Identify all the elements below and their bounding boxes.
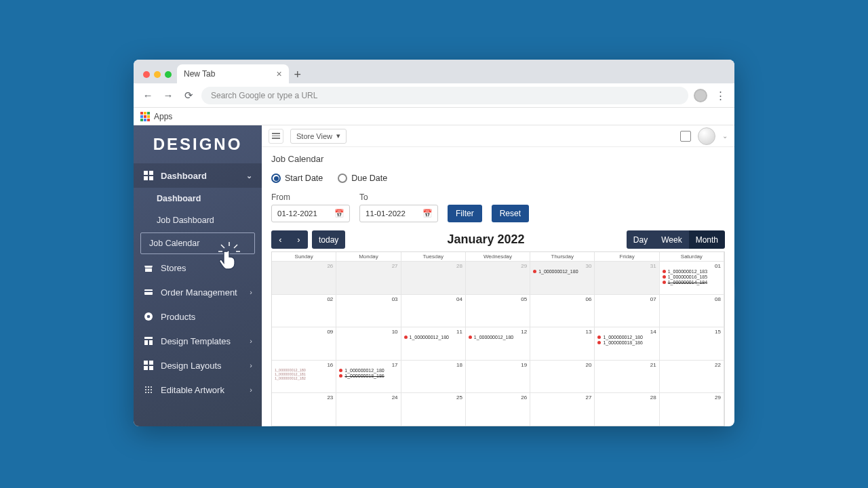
calendar-cell[interactable]: 121_000000012_180 [466,327,530,360]
sidebar-item-design-templates[interactable]: Design Templates › [134,329,262,353]
calendar-cell[interactable]: 21 [595,361,659,393]
calendar-event[interactable]: 1_000000016_185 [663,274,721,279]
sidebar-sub-job-calendar[interactable]: Job Calendar [140,232,255,254]
sidebar-item-products[interactable]: Products [134,304,262,329]
close-window-icon[interactable] [143,71,150,78]
calendar-cell[interactable]: 09 [272,327,336,360]
calendar-cell[interactable]: 29 [660,393,724,426]
calendar-event[interactable]: 1_000000012_180 [597,335,656,340]
calendar-event[interactable]: 1_000000012_180 [339,368,397,373]
calendar-cell[interactable]: 28 [595,393,659,426]
reset-button[interactable]: Reset [492,205,529,222]
calendar-cell[interactable]: 04 [401,295,466,327]
from-date-input[interactable]: 01-12-2021 📅 [271,205,350,222]
chevron-right-icon: › [250,361,252,369]
calendar-cell[interactable]: 171_000000012_1801_000000018_186 [336,361,401,393]
calendar-cell[interactable]: 28 [401,262,466,294]
minimize-window-icon[interactable] [154,71,161,78]
calendar-cell[interactable]: 301_000000012_180 [530,262,595,294]
calendar-cell[interactable]: 07 [595,295,659,327]
chevron-down-icon: ⌄ [246,171,252,180]
sidebar-item-order-management[interactable]: Order Management › [134,280,262,304]
calendar-cell[interactable]: 22 [660,361,724,393]
sidebar-sub-dashboard[interactable]: Dashboard [134,188,262,209]
close-tab-icon[interactable]: × [276,68,281,79]
today-button[interactable]: today [312,230,345,249]
calendar-cell[interactable]: 141_000000012_1801_000000018_186 [595,327,659,360]
radio-due-date[interactable]: Due Date [338,174,387,183]
calendar-cell[interactable]: 15 [660,327,724,360]
back-button[interactable]: ← [140,88,155,103]
user-avatar-icon[interactable] [698,127,715,145]
browser-toolbar: ← → ⟳ Search Google or type a URL ⋮ [134,83,734,108]
calendar-event[interactable]: 1_000000018_186 [597,340,656,345]
fullscreen-icon[interactable] [680,131,691,142]
calendar-cell[interactable]: 26 [466,393,530,426]
calendar-cell[interactable]: 23 [272,393,336,426]
calendar-cell[interactable]: 27 [336,262,401,294]
calendar-cell[interactable]: 011_000000012_1831_000000016_1851_000000… [660,262,724,294]
radio-start-date[interactable]: Start Date [271,174,323,183]
calendar-cell[interactable]: 25 [401,393,466,426]
sidebar-item-editable-artwork[interactable]: Editable Artwork › [134,378,262,402]
sidebar-item-dashboard[interactable]: Dashboard ⌄ [134,163,262,188]
profile-avatar-icon[interactable] [694,89,707,102]
browser-tab[interactable]: New Tab × [177,64,289,83]
to-date-input[interactable]: 11-01-2022 📅 [359,205,438,222]
calendar-cell[interactable]: 19 [466,361,530,393]
calendar-event[interactable]: 1_000000012_180 [404,335,462,340]
store-view-dropdown[interactable]: Store View ▾ [290,129,347,144]
apps-icon[interactable] [140,112,150,121]
forward-button[interactable]: → [161,88,176,103]
calendar-cell[interactable]: 08 [660,295,724,327]
sidebar-item-stores[interactable]: Stores [134,256,262,280]
calendar-cell[interactable]: 111_000000012_180 [401,327,466,360]
day-number: 27 [586,394,592,401]
view-month-button[interactable]: Month [689,230,725,249]
calendar-cell[interactable]: 161_000000012_1801_000000012_1811_000000… [272,361,336,393]
sidebar-sub-job-dashboard[interactable]: Job Dashboard [134,209,262,231]
address-placeholder: Search Google or type a URL [211,91,317,100]
new-tab-button[interactable]: + [289,66,307,83]
chevron-right-icon: › [250,386,252,394]
calendar-week: 23242526272829 [272,392,724,426]
maximize-window-icon[interactable] [165,71,172,78]
calendar-cell[interactable]: 31 [595,262,659,294]
calendar-cell[interactable]: 03 [336,295,401,327]
address-bar[interactable]: Search Google or type a URL [201,87,688,104]
calendar-event[interactable]: 1_000000018_186 [339,373,397,378]
calendar-event[interactable]: 1_000000012_183 [663,269,721,274]
calendar-cell[interactable]: 13 [530,327,595,360]
calendar-cell[interactable]: 27 [530,393,595,426]
calendar-cell[interactable]: 18 [401,361,466,393]
view-day-button[interactable]: Day [627,230,654,249]
hamburger-menu-icon[interactable] [269,129,283,144]
dow-label: Monday [336,252,401,261]
calendar-cell[interactable]: 26 [272,262,336,294]
window-controls [140,71,177,83]
calendar-cell[interactable]: 05 [466,295,530,327]
view-week-button[interactable]: Week [654,230,688,249]
calendar-event[interactable]: 1_000000012_180 [469,335,527,340]
svg-point-15 [145,386,146,388]
to-date-value: 11-01-2022 [366,209,406,218]
user-menu-caret-icon[interactable]: ⌄ [722,132,728,140]
tab-strip: New Tab × + [134,60,734,83]
calendar-cell[interactable]: 29 [466,262,530,294]
calendar-cell[interactable]: 24 [336,393,401,426]
calendar-cell[interactable]: 06 [530,295,595,327]
calendar-cell[interactable]: 10 [336,327,401,360]
calendar-cell[interactable]: 02 [272,295,336,327]
calendar-cell[interactable]: 20 [530,361,595,393]
calendar-event[interactable]: 1_000000012_180 [533,269,591,274]
reload-button[interactable]: ⟳ [181,88,196,103]
calendar-event[interactable]: 1_000000014_184 [663,280,721,285]
sidebar-item-design-layouts[interactable]: Design Layouts › [134,353,262,378]
radio-label: Start Date [285,174,323,183]
svg-point-19 [148,389,149,390]
prev-button[interactable]: ‹ [271,230,290,249]
browser-menu-icon[interactable]: ⋮ [713,88,728,103]
filter-button[interactable]: Filter [448,205,482,222]
apps-label[interactable]: Apps [154,112,172,121]
next-button[interactable]: › [290,230,308,249]
